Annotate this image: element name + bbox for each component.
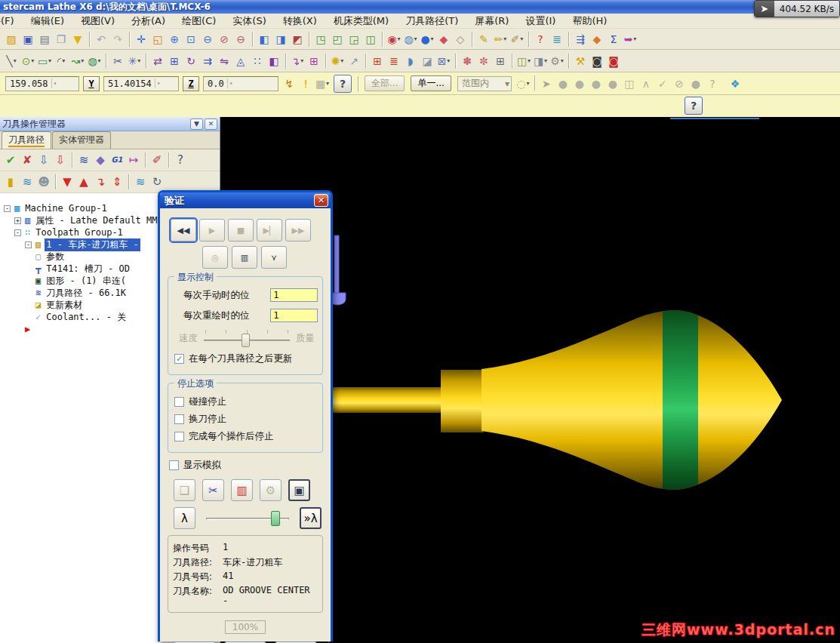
- level-bulb-icon[interactable]: ✺▾: [329, 53, 346, 69]
- chevron-down-icon[interactable]: ▾: [62, 58, 65, 64]
- analyze-stats-icon[interactable]: ≣: [549, 31, 565, 48]
- capture-off-icon[interactable]: ◙: [605, 53, 622, 69]
- tree-expander[interactable]: -: [25, 242, 32, 248]
- move-down-icon[interactable]: ▼: [59, 174, 75, 190]
- stock-wire-icon[interactable]: ◇: [452, 31, 469, 48]
- section-cut-button[interactable]: ✂: [202, 479, 224, 501]
- tab-solids-manager[interactable]: 实体管理器: [52, 131, 111, 149]
- toggle-display-icon[interactable]: ≋: [19, 174, 35, 190]
- prompt-icon[interactable]: !: [297, 75, 314, 92]
- attr-set-icon[interactable]: ✐▾: [509, 31, 525, 48]
- select-circle2-icon[interactable]: ●: [571, 75, 588, 92]
- chevron-down-icon[interactable]: ▾: [31, 58, 34, 64]
- select-op-icon[interactable]: ↻: [149, 174, 165, 190]
- g1-backplot-icon[interactable]: G1: [109, 152, 125, 168]
- zoom-out-icon[interactable]: ⊖: [232, 31, 249, 48]
- zoom-window-icon[interactable]: ⊡: [183, 31, 199, 48]
- undo-icon[interactable]: ↶: [93, 31, 109, 48]
- stop-on-toolchange-checkbox[interactable]: [174, 414, 184, 424]
- compare-button[interactable]: ⚙: [260, 479, 282, 501]
- gview-iso-icon[interactable]: ◫: [362, 31, 379, 48]
- window-grid-icon[interactable]: ⊞: [492, 53, 509, 69]
- layout-grid-icon[interactable]: ⊞: [306, 53, 322, 69]
- select-single-button[interactable]: 单一...: [411, 75, 451, 91]
- shaded-icon[interactable]: ●▾: [419, 31, 435, 48]
- chevron-down-icon[interactable]: ▾: [520, 36, 523, 42]
- chevron-down-icon[interactable]: ▾: [300, 58, 303, 64]
- repaint-icon[interactable]: ◧: [256, 31, 272, 48]
- open-results-button[interactable]: ❑: [174, 479, 195, 501]
- menu-toolpaths[interactable]: 刀具路径(T): [397, 14, 466, 28]
- solids-check-icon[interactable]: ◆: [589, 31, 605, 48]
- slider-thumb[interactable]: [271, 511, 280, 526]
- verify-quality-button[interactable]: ◎: [202, 246, 228, 269]
- update-after-toolpath-checkbox[interactable]: ✓: [174, 354, 184, 364]
- move-up-icon[interactable]: ▲: [75, 174, 92, 190]
- z-coordinate-field[interactable]: 0.0 ▾: [203, 76, 278, 91]
- select-circle3-icon[interactable]: ●: [588, 75, 605, 92]
- chain-info-icon[interactable]: ⇶: [572, 31, 589, 48]
- panel-collapse-button[interactable]: ▼: [190, 118, 203, 130]
- print-icon[interactable]: ▤: [36, 31, 53, 48]
- surface-b-icon[interactable]: ◨▾: [532, 53, 549, 69]
- x-coordinate-field[interactable]: 159.058 ▾: [5, 76, 79, 91]
- stock-waves-icon[interactable]: ≋: [75, 152, 92, 168]
- dialog-title-bar[interactable]: 验证 ✕: [160, 192, 331, 208]
- rewind-button[interactable]: ◀◀: [171, 219, 196, 242]
- material-icon[interactable]: ◉▾: [386, 31, 402, 48]
- section-icon[interactable]: ◪: [419, 53, 435, 69]
- post-ops-icon[interactable]: ↦: [125, 152, 142, 168]
- analyze-question-icon[interactable]: ?: [532, 31, 549, 48]
- chevron-down-icon[interactable]: ▾: [431, 36, 434, 42]
- blank-colors-icon[interactable]: ◨: [272, 31, 289, 48]
- chart-button[interactable]: ▥: [231, 479, 253, 501]
- select-up-icon[interactable]: ∧: [638, 75, 654, 92]
- fastpoint-icon[interactable]: ▦▾: [314, 75, 331, 92]
- select-help-icon[interactable]: ?: [704, 75, 721, 92]
- cursor-select-icon[interactable]: ➤: [538, 75, 555, 92]
- stock-frame-icon[interactable]: ⊠▾: [435, 53, 452, 69]
- autocursor-icon[interactable]: ↯: [281, 75, 297, 92]
- moves-per-refresh-input[interactable]: 1: [270, 309, 318, 322]
- save-icon[interactable]: ▣: [20, 31, 36, 48]
- highfeed-icon[interactable]: ✐: [149, 152, 165, 168]
- fillet-icon[interactable]: ◜▾: [53, 53, 69, 69]
- rect-icon[interactable]: ▭▾: [36, 53, 53, 69]
- solid-verify-icon[interactable]: ◆: [92, 152, 109, 168]
- select-all-ops-icon[interactable]: ✔: [2, 152, 19, 168]
- chevron-down-icon[interactable]: ▾: [414, 36, 417, 42]
- filter-icon[interactable]: ▼: [69, 31, 86, 48]
- step-button[interactable]: ▶▏: [257, 219, 282, 242]
- ffwd-button[interactable]: ▶▶: [285, 219, 311, 242]
- y-coordinate-field[interactable]: 51.40154 ▾: [103, 76, 179, 91]
- select-circle1-icon[interactable]: ●: [555, 75, 571, 92]
- select-validate-icon[interactable]: ✓: [654, 75, 671, 92]
- run-speed-button[interactable]: »λ: [300, 507, 322, 529]
- exit-post-icon[interactable]: ➥▾: [622, 31, 638, 48]
- nesting-icon[interactable]: ↴▾: [289, 53, 306, 69]
- close-icon[interactable]: ✕: [314, 194, 328, 207]
- xform-copy-icon[interactable]: ⊞: [166, 53, 183, 69]
- chevron-down-icon[interactable]: ▾: [544, 58, 547, 64]
- display-simulation-checkbox[interactable]: [169, 460, 179, 470]
- chevron-down-icon[interactable]: ▾: [398, 36, 401, 42]
- trim-icon[interactable]: ✂: [109, 53, 126, 69]
- menu-file[interactable]: 文件(F): [0, 14, 23, 28]
- panel-close-button[interactable]: ✕: [205, 118, 217, 130]
- menu-help[interactable]: 帮助(H): [564, 14, 615, 28]
- line-icon[interactable]: ╲▾: [3, 53, 20, 69]
- tree-expander[interactable]: +: [14, 217, 21, 224]
- flower-multi-icon[interactable]: ✼: [475, 53, 492, 69]
- chevron-down-icon[interactable]: ▾: [527, 81, 530, 87]
- zoom-minus-icon[interactable]: ⊖: [199, 31, 216, 48]
- menu-screen[interactable]: 屏幕(R): [466, 14, 517, 28]
- xform-mirror-icon[interactable]: ⇋: [216, 53, 232, 69]
- menu-view[interactable]: 视图(V): [72, 14, 123, 28]
- chevron-down-icon[interactable]: ▾: [81, 58, 84, 64]
- menu-create[interactable]: 绘图(C): [174, 14, 224, 28]
- fit-screen-icon[interactable]: ◱: [149, 31, 166, 48]
- z-axis-button[interactable]: Z: [183, 76, 199, 91]
- tool-display-button[interactable]: ⋎: [261, 246, 287, 269]
- machsim-grid-icon[interactable]: ⊞: [369, 53, 386, 69]
- open-file-icon[interactable]: ▨: [3, 31, 20, 48]
